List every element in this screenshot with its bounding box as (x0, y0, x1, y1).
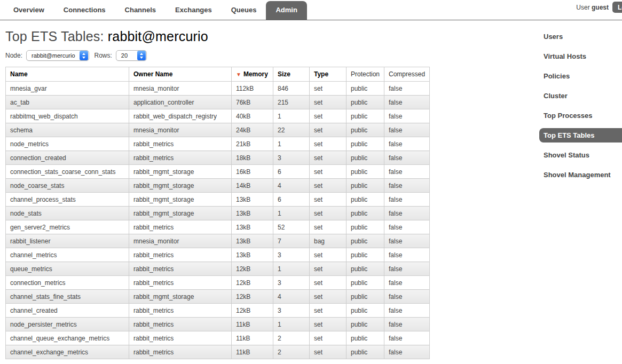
cell-compressed: false (384, 137, 430, 151)
cell-compressed: false (384, 123, 430, 137)
cell-compressed: false (384, 179, 430, 193)
col-header-size[interactable]: Size (273, 67, 310, 82)
col-header-protection: Protection (347, 67, 384, 82)
cell-name: connection_created (6, 151, 129, 165)
cell-owner-name: rabbit_mgmt_storage (129, 179, 232, 193)
table-row: connection_metrics rabbit_metrics 12kB 3… (6, 276, 430, 290)
cell-owner-name: rabbit_metrics (129, 220, 232, 234)
cell-protection: public (347, 345, 384, 359)
cell-type: set (310, 193, 347, 207)
cell-type: set (310, 262, 347, 276)
cell-name: ac_tab (6, 96, 129, 109)
cell-compressed: false (384, 276, 430, 290)
chevron-up-icon (82, 53, 85, 55)
node-select[interactable]: rabbit@mercurio (26, 50, 89, 61)
tab-channels[interactable]: Channels (115, 1, 166, 20)
sidebar-item-users[interactable]: Users (530, 29, 622, 44)
cell-size: 3 (273, 304, 310, 318)
cell-compressed: false (384, 331, 430, 345)
cell-protection: public (347, 82, 384, 96)
cell-compressed: false (384, 165, 430, 179)
rows-label: Rows: (95, 52, 112, 59)
cell-compressed: false (384, 248, 430, 262)
sidebar-item-shovel-management[interactable]: Shovel Management (530, 168, 622, 182)
tab-admin[interactable]: Admin (266, 1, 306, 20)
col-header-owner-name[interactable]: Owner Name (129, 67, 232, 82)
cell-size: 4 (273, 290, 310, 304)
cell-protection: public (347, 179, 384, 193)
cell-compressed: false (384, 220, 430, 234)
cell-type: set (310, 137, 347, 151)
chevron-up-icon (140, 53, 143, 55)
cell-owner-name: application_controller (129, 96, 232, 109)
sidebar-item-cluster[interactable]: Cluster (530, 89, 622, 103)
cell-memory: 18kB (232, 151, 273, 165)
cell-size: 2 (273, 331, 310, 345)
cell-name: node_persister_metrics (6, 318, 129, 331)
cell-owner-name: rabbit_metrics (129, 151, 232, 165)
col-header-type[interactable]: Type (310, 67, 347, 82)
cell-compressed: false (384, 262, 430, 276)
cell-protection: public (347, 220, 384, 234)
select-stepper-icon (137, 51, 146, 60)
cell-name: channel_stats_fine_stats (6, 290, 129, 304)
cell-owner-name: rabbit_web_dispatch_registry (129, 109, 232, 123)
col-header-name[interactable]: Name (6, 67, 129, 82)
cell-owner-name: rabbit_metrics (129, 276, 232, 290)
col-header-memory[interactable]: ▼Memory (232, 67, 273, 82)
cell-name: rabbit_listener (6, 234, 129, 248)
cell-memory: 16kB (232, 165, 273, 179)
cell-name: channel_metrics (6, 248, 129, 262)
cell-type: set (310, 220, 347, 234)
cell-memory: 24kB (232, 123, 273, 137)
sidebar-item-top-ets-tables[interactable]: Top ETS Tables (539, 128, 622, 143)
cell-compressed: false (384, 234, 430, 248)
username: guest (592, 4, 609, 11)
table-row: node_persister_metrics rabbit_metrics 11… (6, 318, 430, 331)
table-row: rabbit_listener mnesia_monitor 13kB 7 ba… (6, 234, 430, 248)
cell-name: schema (6, 123, 129, 137)
logout-button[interactable]: Log out (612, 2, 622, 13)
cell-name: channel_exchange_metrics (6, 345, 129, 359)
cell-size: 1 (273, 109, 310, 123)
cell-memory: 11kB (232, 331, 273, 345)
table-row: channel_stats_fine_stats rabbit_mgmt_sto… (6, 290, 430, 304)
page-title: Top ETS Tables: rabbit@mercurio (5, 29, 622, 44)
sidebar-item-shovel-status[interactable]: Shovel Status (530, 148, 622, 162)
sidebar-item-top-processes[interactable]: Top Processes (530, 108, 622, 123)
cell-type: set (310, 151, 347, 165)
cell-size: 1 (273, 262, 310, 276)
sidebar-item-virtual-hosts[interactable]: Virtual Hosts (530, 49, 622, 64)
rows-select[interactable]: 20 (116, 50, 147, 61)
cell-protection: public (347, 248, 384, 262)
cell-name: channel_queue_exchange_metrics (6, 331, 129, 345)
cell-type: set (310, 276, 347, 290)
cell-owner-name: mnesia_monitor (129, 123, 232, 137)
cell-protection: public (347, 137, 384, 151)
cell-compressed: false (384, 109, 430, 123)
sidebar-item-policies[interactable]: Policies (530, 69, 622, 83)
cell-name: channel_created (6, 304, 129, 318)
cell-memory: 11kB (232, 318, 273, 331)
cell-owner-name: rabbit_metrics (129, 262, 232, 276)
cell-size: 7 (273, 234, 310, 248)
table-row: channel_metrics rabbit_metrics 13kB 3 se… (6, 248, 430, 262)
cell-memory: 13kB (232, 207, 273, 220)
cell-protection: public (347, 207, 384, 220)
tab-connections[interactable]: Connections (54, 1, 115, 20)
cell-protection: public (347, 276, 384, 290)
cell-owner-name: rabbit_metrics (129, 137, 232, 151)
tab-overview[interactable]: Overview (4, 1, 54, 20)
tab-exchanges[interactable]: Exchanges (166, 1, 222, 20)
table-row: connection_stats_coarse_conn_stats rabbi… (6, 165, 430, 179)
sort-desc-icon: ▼ (236, 72, 241, 77)
cell-name: queue_metrics (6, 262, 129, 276)
cell-owner-name: rabbit_metrics (129, 248, 232, 262)
table-row: ac_tab application_controller 76kB 215 s… (6, 96, 430, 109)
page-title-prefix: Top ETS Tables: (5, 29, 104, 44)
table-row: node_coarse_stats rabbit_mgmt_storage 14… (6, 179, 430, 193)
cell-memory: 13kB (232, 220, 273, 234)
cell-size: 22 (273, 123, 310, 137)
cell-size: 52 (273, 220, 310, 234)
tab-queues[interactable]: Queues (222, 1, 266, 20)
